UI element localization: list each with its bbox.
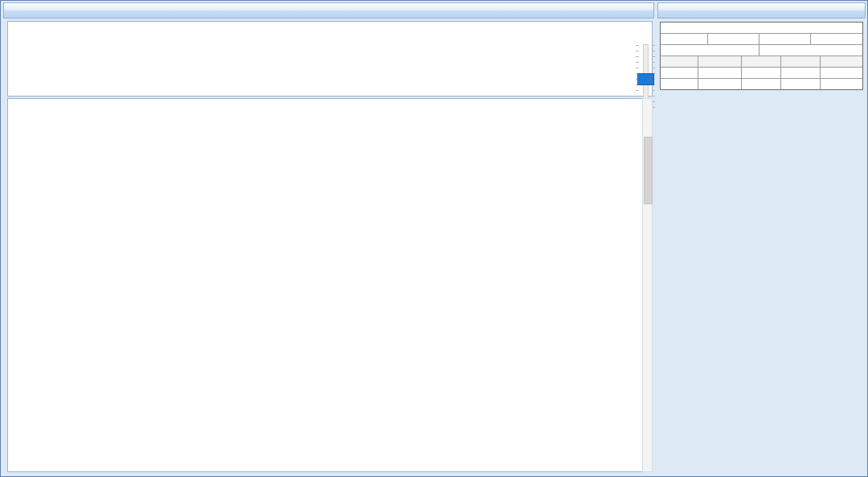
t-cell	[708, 34, 760, 44]
table-row-velocity	[661, 68, 862, 79]
header-min	[742, 56, 781, 67]
selected-waveform-plot[interactable]	[8, 22, 631, 96]
scroll-up-button[interactable]	[643, 99, 652, 109]
velocity-row-label	[661, 68, 698, 78]
scroll-down-button[interactable]	[643, 461, 652, 471]
h-cell	[661, 34, 708, 44]
gain-slider-handle[interactable]	[637, 73, 654, 85]
waveform-list-panel[interactable]	[7, 98, 642, 472]
analysis-table	[660, 22, 863, 90]
channel-cell	[661, 23, 862, 33]
a-cell	[811, 34, 862, 44]
app-window	[0, 0, 868, 477]
velocity-std	[781, 68, 821, 78]
waveform-list-plot[interactable]	[8, 99, 641, 471]
velocity-min	[742, 68, 781, 78]
velocity-criterion	[821, 68, 862, 78]
v-cell	[760, 34, 811, 44]
depth-profile-chart[interactable]	[658, 88, 868, 477]
table-row-channel	[661, 23, 862, 34]
table-row-pile	[661, 45, 862, 56]
waveform-info-line2	[31, 72, 48, 83]
table-row-measurements	[661, 34, 862, 45]
pile-amplitude-cell	[760, 45, 862, 56]
waveform-scrollbar[interactable]	[642, 98, 653, 472]
selected-waveform-panel[interactable]	[7, 21, 653, 97]
table-row-header	[661, 56, 862, 68]
header-std	[781, 56, 821, 67]
pile-velocity-cell	[661, 45, 760, 56]
velocity-mean	[698, 68, 742, 78]
header-criterion	[821, 56, 862, 67]
waveform-info-line1	[31, 25, 65, 36]
scrollbar-thumb[interactable]	[644, 137, 653, 204]
header-mean	[698, 56, 742, 67]
analysis-panel-header	[657, 2, 866, 19]
acoustic-panel-header	[3, 2, 654, 19]
header-blank	[661, 56, 698, 67]
